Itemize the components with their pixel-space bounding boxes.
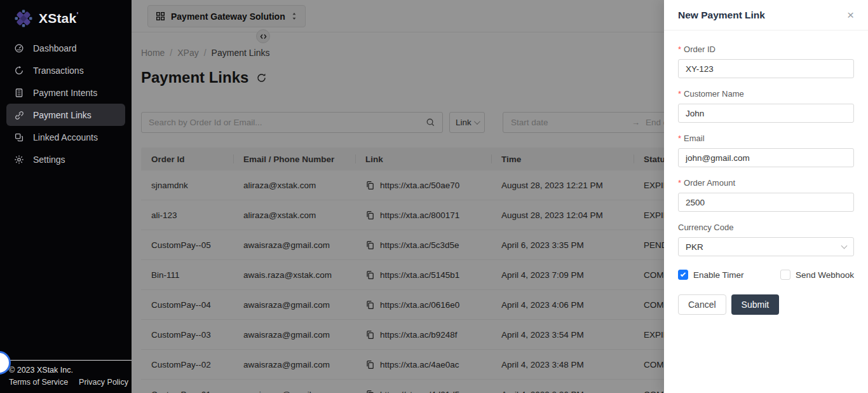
sidebar-footer: © 2023 XStak Inc. Terms of Service Priva…	[0, 360, 132, 387]
field-label: *Order Amount	[678, 178, 854, 188]
order-amount-field[interactable]	[678, 193, 854, 212]
sidebar-item-label: Transactions	[33, 66, 84, 76]
customer-name-field[interactable]	[678, 104, 854, 123]
sidebar-item-label: Payment Intents	[33, 88, 97, 98]
field-label: *Currency Code	[678, 223, 854, 232]
check-icon	[680, 271, 685, 276]
payment-intents-icon	[14, 88, 24, 98]
transactions-icon	[14, 66, 24, 76]
logo-text: XStak'	[39, 11, 78, 26]
checkbox-box	[780, 270, 790, 280]
close-icon[interactable]: ×	[847, 9, 854, 21]
sidebar-item-transactions[interactable]: Transactions	[6, 59, 125, 81]
send-webhook-checkbox[interactable]: Send Webhook	[780, 270, 854, 280]
xstak-logo-icon	[14, 9, 33, 28]
submit-button[interactable]: Submit	[731, 294, 780, 315]
new-payment-link-drawer: New Payment Link × *Order ID *Customer N…	[664, 0, 868, 393]
sidebar: XStak' Dashboard Transactions Pay	[0, 0, 132, 393]
sidebar-item-payment-links[interactable]: Payment Links	[6, 104, 125, 126]
field-label: *Order ID	[678, 45, 854, 54]
sidebar-item-dashboard[interactable]: Dashboard	[6, 37, 125, 59]
order-id-field[interactable]	[678, 59, 854, 78]
required-marker: *	[678, 45, 681, 54]
linked-accounts-icon	[14, 132, 24, 142]
field-label: *Email	[678, 134, 854, 143]
field-label: *Customer Name	[678, 89, 854, 99]
email-field[interactable]	[678, 148, 854, 167]
privacy-policy-link[interactable]: Privacy Policy	[79, 378, 128, 387]
drawer-title: New Payment Link	[678, 10, 765, 21]
sidebar-menu: Dashboard Transactions Payment Intents	[0, 37, 132, 170]
copyright-text: © 2023 XStak Inc.	[0, 361, 132, 375]
sidebar-item-label: Payment Links	[33, 110, 92, 120]
dashboard-icon	[14, 43, 24, 53]
terms-of-service-link[interactable]: Terms of Service	[9, 378, 68, 387]
payment-links-icon	[14, 110, 24, 120]
checkbox-label: Send Webhook	[796, 270, 854, 280]
sidebar-item-label: Dashboard	[33, 43, 77, 53]
currency-code-select[interactable]	[678, 237, 854, 256]
logo: XStak'	[0, 0, 132, 29]
sidebar-item-label: Settings	[33, 155, 65, 165]
checkbox-box	[678, 270, 688, 280]
required-marker: *	[678, 134, 681, 143]
cancel-button[interactable]: Cancel	[678, 294, 726, 315]
sidebar-item-label: Linked Accounts	[33, 132, 98, 142]
sidebar-item-settings[interactable]: Settings	[6, 148, 125, 170]
sidebar-item-payment-intents[interactable]: Payment Intents	[6, 81, 125, 104]
required-marker: *	[678, 178, 681, 188]
enable-timer-checkbox[interactable]: Enable Timer	[678, 270, 744, 280]
checkbox-label: Enable Timer	[693, 270, 744, 280]
settings-icon	[14, 155, 24, 165]
sidebar-item-linked-accounts[interactable]: Linked Accounts	[6, 126, 125, 148]
required-marker: *	[678, 89, 681, 99]
